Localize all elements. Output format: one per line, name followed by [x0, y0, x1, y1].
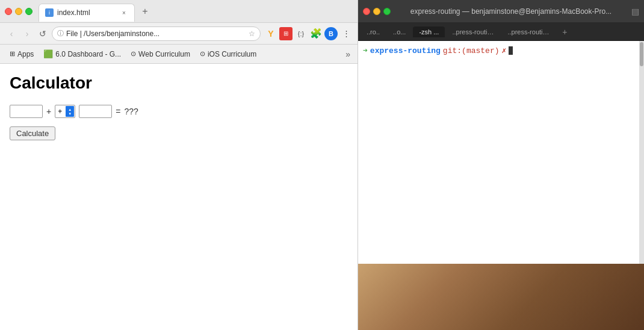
terminal-desktop-background: [358, 264, 644, 330]
bookmark-web-label: Web Curriculum: [138, 50, 190, 58]
extensions-icon[interactable]: Y: [264, 27, 277, 40]
browser-minimize-button[interactable]: [15, 8, 22, 15]
terminal-new-tab-button[interactable]: +: [558, 25, 571, 39]
browser-tab-active[interactable]: i index.html ×: [39, 4, 135, 22]
result-display: ???: [124, 107, 138, 116]
dashboard-icon: 🟩: [43, 49, 53, 58]
toolbar-icons: Y ⊞ {:} 🧩 B ⋮: [264, 27, 353, 40]
terminal-tab-4[interactable]: ..press-routing: [501, 26, 556, 37]
calculator-row: + + - * / = ???: [10, 105, 348, 118]
tab-close-button[interactable]: ×: [120, 8, 128, 17]
chrome-menu-button[interactable]: ⋮: [339, 27, 353, 40]
github-web-icon: ⊙: [131, 50, 136, 58]
operator-select-wrapper: + - * /: [55, 105, 75, 118]
terminal-tab-1[interactable]: ..o...: [387, 26, 412, 37]
page-content: Calculator + + - * / = ??? Calculate: [0, 64, 358, 330]
terminal-window-title: express-routing — benjaminstone@Benjamin…: [394, 7, 628, 16]
tab-favicon: i: [45, 8, 54, 17]
bookmark-dashboard[interactable]: 🟩 6.0 Dashboard - G...: [39, 47, 126, 61]
page-title: Calculator: [10, 73, 348, 93]
prompt-git-label: git:(master): [443, 46, 500, 55]
tab-title: index.html: [57, 8, 116, 17]
terminal-close-button[interactable]: [363, 8, 370, 15]
terminal-prompt-line: ➜ express-routing git:(master) ✗: [363, 46, 639, 55]
prompt-clean-icon: ✗: [502, 46, 507, 55]
terminal-content-area: ➜ express-routing git:(master) ✗: [358, 41, 644, 330]
address-url: File | /Users/benjaminstone...: [66, 30, 246, 38]
devtools-icon[interactable]: {:}: [294, 27, 308, 40]
terminal-panel: express-routing — benjaminstone@Benjamin…: [358, 0, 644, 330]
bookmark-dashboard-label: 6.0 Dashboard - G...: [55, 50, 121, 58]
new-tab-button[interactable]: +: [137, 4, 153, 19]
bookmark-star-icon[interactable]: ☆: [249, 30, 255, 38]
terminal-tab-0[interactable]: ..ro..: [361, 26, 386, 37]
bookmarks-bar: ⊞ Apps 🟩 6.0 Dashboard - G... ⊙ Web Curr…: [0, 45, 358, 64]
back-button[interactable]: ‹: [5, 27, 18, 40]
prompt-branch-name: master: [466, 46, 495, 55]
terminal-grid-icon[interactable]: ▤: [631, 7, 639, 16]
terminal-cursor: [509, 46, 513, 55]
browser-maximize-button[interactable]: [25, 8, 33, 15]
reload-button[interactable]: ↺: [36, 27, 49, 40]
bookmarks-overflow-button[interactable]: »: [343, 47, 353, 61]
terminal-minimize-button[interactable]: [373, 8, 380, 15]
operator-label: +: [46, 107, 51, 116]
github-ios-icon: ⊙: [200, 50, 205, 58]
browser-titlebar: i index.html × +: [0, 0, 358, 23]
terminal-tab-2-active[interactable]: -zsh ...: [413, 26, 445, 37]
terminal-tabs: ..ro.. ..o... -zsh ... ..press-routing .…: [358, 23, 644, 41]
bookmark-ios-label: iOS Curriculum: [208, 50, 256, 58]
browser-traffic-lights: [5, 8, 33, 15]
bookmark-web-curriculum[interactable]: ⊙ Web Curriculum: [126, 48, 195, 61]
terminal-maximize-button[interactable]: [383, 8, 391, 15]
terminal-tab-3[interactable]: ..press-routing: [446, 26, 500, 37]
more-extensions-icon[interactable]: ⊞: [279, 27, 293, 40]
equals-label: =: [116, 107, 120, 116]
extensions-menu-icon[interactable]: 🧩: [309, 27, 323, 40]
bookmark-apps[interactable]: ⊞ Apps: [5, 48, 39, 61]
terminal-titlebar: express-routing — benjaminstone@Benjamin…: [358, 0, 644, 23]
prompt-arrow-icon: ➜: [363, 46, 368, 55]
browser-tabs: i index.html × +: [39, 1, 353, 22]
apps-grid-icon: ⊞: [10, 50, 15, 58]
browser-addressbar: ‹ › ↺ ⓘ File | /Users/benjaminstone... ☆…: [0, 23, 358, 45]
terminal-traffic-lights: [363, 8, 391, 15]
number-input-left[interactable]: [10, 105, 43, 118]
operator-select[interactable]: + - * /: [55, 105, 75, 118]
bookmark-ios-curriculum[interactable]: ⊙ iOS Curriculum: [195, 48, 261, 61]
browser-panel: i index.html × + ‹ › ↺ ⓘ File | /Users/b…: [0, 0, 358, 330]
prompt-directory: express-routing: [370, 46, 441, 55]
browser-close-button[interactable]: [5, 8, 12, 15]
bookmark-apps-label: Apps: [17, 50, 34, 58]
number-input-right[interactable]: [79, 105, 112, 118]
forward-button[interactable]: ›: [20, 27, 34, 40]
terminal-scrollbar-thumb[interactable]: [640, 42, 643, 66]
user-avatar[interactable]: B: [324, 27, 338, 40]
calculate-button[interactable]: Calculate: [10, 126, 55, 140]
address-info-icon: ⓘ: [57, 29, 64, 38]
address-bar[interactable]: ⓘ File | /Users/benjaminstone... ☆: [52, 26, 261, 41]
